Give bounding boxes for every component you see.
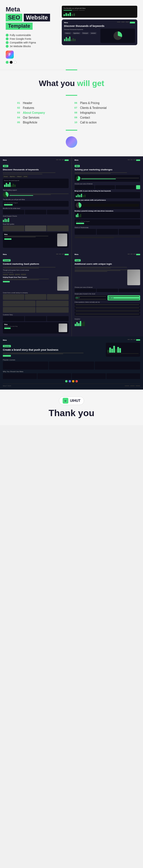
blue-orb-decoration [66, 136, 77, 148]
preview-row-1: Meta SEO Discover thousands of keywords … [0, 156, 143, 251]
check-icon [6, 45, 8, 48]
top-section: Meta SEO Website Template Fully customiz… [0, 0, 143, 69]
top-preview-bar: The Benefits you will get with Meta [62, 6, 137, 18]
page-preview-2: Meta SEO Solving your marketing challeng… [72, 156, 143, 251]
figma-icon: F [6, 51, 14, 59]
page-preview-5: Meta Courses Create a brand story that p… [0, 336, 143, 390]
page-preview-1: Meta SEO Discover thousands of keywords … [0, 156, 72, 251]
feature-item: Free Google Fonts [6, 37, 57, 40]
features-grid: 01 Header 06 Plans & Pricing 02 Features… [17, 101, 126, 124]
thank-you-section: U UIHUT Thank you [0, 390, 143, 425]
mini-badge-1: SEO [3, 165, 8, 167]
left-panel: Meta SEO Website Template Fully customiz… [6, 6, 57, 64]
check-icon [6, 34, 8, 37]
feature-item: 05 Blog/Article [17, 121, 69, 124]
preview-row-2: Meta Content Content marketing SaaS plat… [0, 251, 143, 336]
feature-item: 07 Clients & Testimonial [74, 106, 126, 110]
mini-nav-1 [56, 159, 69, 161]
uihut-text: UIHUT [70, 399, 81, 403]
preview-card-dark: Meta Discover thousands of keywords Disc… [62, 20, 137, 45]
what-title: What you will get [11, 79, 132, 88]
bottom-divider [66, 130, 77, 131]
mini-hero-2: Solving your marketing challenges [75, 168, 140, 171]
website-badge: Website [24, 14, 50, 22]
feature-item: 09 Contact [74, 116, 126, 119]
seo-badge: SEO [6, 14, 22, 22]
feature-item: 34 Website Blocks [6, 45, 57, 48]
mini-logo-2: Meta [75, 159, 79, 161]
mini-hero-1: Discover thousands of keywords [3, 168, 69, 171]
what-section: What you will get 01 Header 06 Plans & P… [0, 70, 143, 156]
meta-title: Meta [6, 6, 57, 13]
feature-item: 01 Header [17, 101, 69, 104]
feature-item: 06 Plans & Pricing [74, 101, 126, 104]
color-dot-green [6, 61, 8, 64]
right-panel: The Benefits you will get with Meta Meta [62, 6, 137, 64]
page-preview-3: Meta Login Additional users with unique … [72, 251, 143, 336]
feature-item: 02 Features [17, 106, 69, 110]
feature-item: 10 Call to action [74, 121, 126, 124]
check-icon [6, 37, 8, 40]
features-list: Fully customizable Free Google Fonts Com… [6, 34, 57, 48]
feature-item: Compatible with Figma [6, 41, 57, 44]
page-preview-4: Meta Content Content marketing SaaS plat… [0, 251, 72, 336]
color-dot-white [14, 61, 17, 64]
mini-badge-2: SEO [75, 165, 80, 167]
template-badge: Template [6, 23, 33, 30]
mini-logo-1: Meta [3, 159, 7, 161]
color-dot-dark [10, 61, 12, 64]
feature-item: Fully customizable [6, 34, 57, 37]
thank-you-text: Thank you [7, 408, 136, 418]
uihut-icon: U [63, 398, 68, 404]
feature-item: 03 About Company [17, 111, 69, 114]
section-divider [66, 95, 77, 96]
feature-item: 04 Our Services [17, 116, 69, 119]
uihut-badge: U UIHUT [59, 396, 84, 405]
check-icon [6, 41, 8, 44]
feature-item: 08 Infographics [74, 111, 126, 114]
